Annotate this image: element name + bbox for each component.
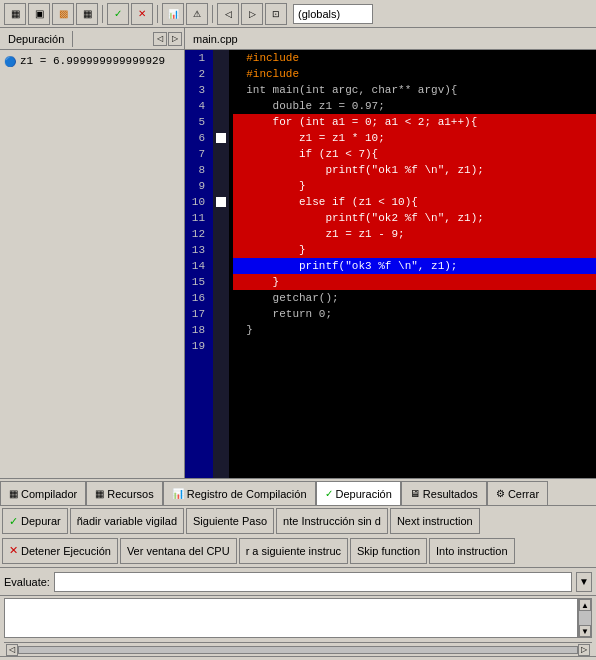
sep-1: [102, 5, 103, 23]
depurar-label: Depurar: [21, 515, 61, 527]
toolbar-nav-btn3[interactable]: ⊡: [265, 3, 287, 25]
skip-function-label: Skip function: [357, 545, 420, 557]
goto-instruction-button[interactable]: r a siguiente instruc: [239, 538, 348, 564]
output-area[interactable]: [4, 598, 578, 638]
toolbar-x-btn[interactable]: ✕: [131, 3, 153, 25]
debug-tab-label: Depuración: [0, 31, 73, 47]
h-scroll-track[interactable]: [18, 646, 578, 654]
evaluate-dropdown[interactable]: ▼: [576, 572, 592, 592]
left-panel-content: 🔵 z1 = 6.999999999999929: [0, 50, 184, 478]
toolbar-check-btn[interactable]: ✓: [107, 3, 129, 25]
close-gear-icon: ⚙: [496, 488, 505, 499]
editor-area: main.cpp 12345678910111213141516171819 #…: [185, 28, 596, 478]
into-instruction-skip-button[interactable]: nte Instrucción sin d: [276, 508, 388, 534]
next-step-label: Siguiente Paso: [193, 515, 267, 527]
tab-debug-label: Depuración: [336, 488, 392, 500]
sep-2: [157, 5, 158, 23]
left-panel-header: Depuración ◁ ▷: [0, 28, 184, 50]
tab-close[interactable]: ⚙ Cerrar: [487, 481, 548, 505]
toolbar-nav-btn2[interactable]: ▷: [241, 3, 263, 25]
bottom-tabs: ▦ Compilador ▦ Recursos 📊 Registro de Co…: [0, 478, 596, 506]
toolbar-warn-btn[interactable]: ⚠: [186, 3, 208, 25]
into-instruction-label: Into instruction: [436, 545, 508, 557]
tab-results-label: Resultados: [423, 488, 478, 500]
into-instruction-skip-label: nte Instrucción sin d: [283, 515, 381, 527]
toolbar-chart-btn[interactable]: 📊: [162, 3, 184, 25]
code-lines: #include #include int main(int argc, cha…: [229, 50, 596, 478]
output-container: ▲ ▼: [4, 598, 592, 640]
evaluate-bar: Evaluate: ▼: [0, 568, 596, 596]
h-scroll: ◁ ▷: [4, 642, 592, 656]
top-toolbar: ▦ ▣ ▩ ▦ ✓ ✕ 📊 ⚠ ◁ ▷ ⊡ (globals): [0, 0, 596, 28]
compile-log-icon: 📊: [172, 488, 184, 499]
editor-tab-label: main.cpp: [193, 33, 238, 45]
tab-debug[interactable]: ✓ Depuración: [316, 481, 401, 505]
var-icon: 🔵: [4, 56, 16, 67]
toolbar-nav-btn[interactable]: ◁: [217, 3, 239, 25]
h-scroll-left-btn[interactable]: ◁: [6, 644, 18, 656]
globals-box: (globals): [293, 4, 373, 24]
debug-toolbar: ✓ Depurar ñadir variable vigilad Siguien…: [0, 506, 596, 568]
globals-label: (globals): [298, 8, 340, 20]
editor-tab: main.cpp: [185, 28, 596, 50]
scroll-up-btn[interactable]: ▲: [579, 599, 591, 611]
tab-compiler-label: Compilador: [21, 488, 77, 500]
toolbar-btn-4[interactable]: ▦: [76, 3, 98, 25]
variable-value: z1 = 6.999999999999929: [20, 55, 165, 67]
tab-resources-label: Recursos: [107, 488, 153, 500]
skip-function-button[interactable]: Skip function: [350, 538, 427, 564]
stop-x-icon: ✕: [9, 544, 18, 557]
code-container[interactable]: 12345678910111213141516171819 #include #…: [185, 50, 596, 478]
compiler-icon: ▦: [9, 488, 18, 499]
left-panel: Depuración ◁ ▷ 🔵 z1 = 6.999999999999929: [0, 28, 185, 478]
goto-instruction-label: r a siguiente instruc: [246, 545, 341, 557]
cpu-window-button[interactable]: Ver ventana del CPU: [120, 538, 237, 564]
stop-execution-label: Detener Ejecución: [21, 545, 111, 557]
toolbar-btn-2[interactable]: ▣: [28, 3, 50, 25]
toolbar-btn-1[interactable]: ▦: [4, 3, 26, 25]
scroll-down-btn[interactable]: ▼: [579, 625, 591, 637]
tab-close-label: Cerrar: [508, 488, 539, 500]
tab-compile-log[interactable]: 📊 Registro de Compilación: [163, 481, 316, 505]
cpu-window-label: Ver ventana del CPU: [127, 545, 230, 557]
depurar-check-icon: ✓: [9, 515, 18, 528]
debug-check-icon: ✓: [325, 488, 333, 499]
tab-resources[interactable]: ▦ Recursos: [86, 481, 162, 505]
next-instruction-label: Next instruction: [397, 515, 473, 527]
main-area: Depuración ◁ ▷ 🔵 z1 = 6.999999999999929 …: [0, 28, 596, 478]
stop-execution-button[interactable]: ✕ Detener Ejecución: [2, 538, 118, 564]
results-icon: 🖥: [410, 488, 420, 499]
add-watch-label: ñadir variable vigilad: [77, 515, 177, 527]
next-step-button[interactable]: Siguiente Paso: [186, 508, 274, 534]
evaluate-input[interactable]: [54, 572, 572, 592]
scroll-track: [579, 611, 591, 625]
tab-compile-log-label: Registro de Compilación: [187, 488, 307, 500]
h-scroll-right-btn[interactable]: ▷: [578, 644, 590, 656]
tab-compiler[interactable]: ▦ Compilador: [0, 481, 86, 505]
into-instruction-button[interactable]: Into instruction: [429, 538, 515, 564]
panel-nav: ◁ ▷: [153, 32, 184, 46]
variable-item: 🔵 z1 = 6.999999999999929: [4, 54, 180, 68]
resources-icon: ▦: [95, 488, 104, 499]
panel-nav-right[interactable]: ▷: [168, 32, 182, 46]
panel-nav-left[interactable]: ◁: [153, 32, 167, 46]
line-numbers: 12345678910111213141516171819: [185, 50, 213, 478]
tab-results[interactable]: 🖥 Resultados: [401, 481, 487, 505]
toolbar-btn-3[interactable]: ▩: [52, 3, 74, 25]
sep-3: [212, 5, 213, 23]
depurar-button[interactable]: ✓ Depurar: [2, 508, 68, 534]
evaluate-label: Evaluate:: [4, 576, 50, 588]
vertical-scrollbar[interactable]: ▲ ▼: [578, 598, 592, 638]
status-bar: Line: 15 Col: 1 Sel: 0 Lines: 19 Length:…: [0, 656, 596, 660]
add-watch-button[interactable]: ñadir variable vigilad: [70, 508, 184, 534]
next-instruction-button[interactable]: Next instruction: [390, 508, 480, 534]
line-markers: [213, 50, 229, 478]
